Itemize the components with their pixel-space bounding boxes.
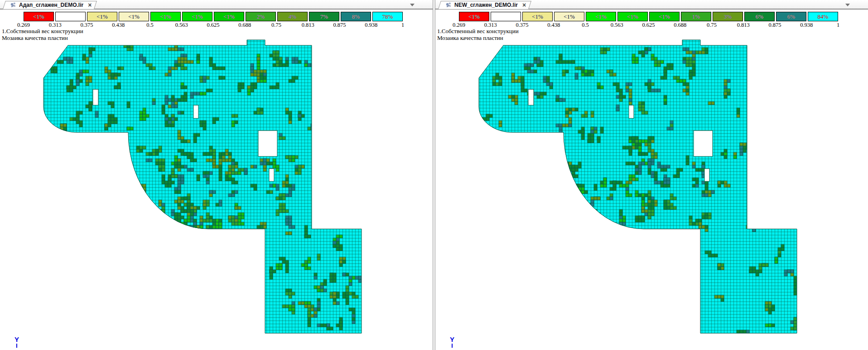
legend-tick-label: 0.813 — [302, 22, 314, 29]
quality-legend: <1%<1%<1%<1%<1%<1%1%3%6%6%84% 0.2690.313… — [459, 12, 838, 29]
mesh-viewport[interactable] — [0, 0, 433, 350]
legend-segment: <1% — [119, 12, 149, 21]
legend-tick-label: 0.875 — [333, 22, 346, 29]
y-axis-label: Y — [12, 336, 22, 343]
legend-tick-label: 0.625 — [207, 22, 219, 29]
legend-segment-label: 6% — [787, 13, 795, 20]
legend-segment-label: 2% — [257, 13, 265, 20]
legend-tick-label: 0.688 — [238, 22, 251, 29]
legend-segment-label: <1% — [33, 13, 44, 20]
legend-tick-label: 0.438 — [112, 22, 125, 29]
legend-segments: <1%<1%<1%<1%<1%<1%1%3%6%6%84% — [459, 12, 838, 21]
legend-tick-label: 0.563 — [175, 22, 188, 29]
legend-segment-label: 7% — [320, 13, 328, 20]
legend-segment: 2% — [246, 12, 276, 21]
y-axis-indicator: Y — [12, 336, 22, 348]
y-axis-arrow-icon — [16, 344, 17, 348]
tab-list-dropdown-icon[interactable] — [845, 4, 850, 6]
legend-segment: <1% — [87, 12, 117, 21]
legend-segment-label: <1% — [627, 13, 638, 20]
legend-tick-label: 0.875 — [768, 22, 781, 29]
legend-segment-label: 8% — [352, 13, 360, 20]
tab-bar: Адап_сглажен_DEMO.lir × — [0, 0, 433, 10]
legend-segment: 6% — [776, 12, 806, 21]
legend-segment-label: <1% — [128, 13, 140, 20]
tab-close-icon[interactable]: × — [88, 2, 92, 8]
legend-segment-label: <1% — [223, 13, 235, 20]
legend-segment-label: <1% — [595, 13, 607, 20]
legend-segment: <1% — [554, 12, 584, 21]
legend-segment: 6% — [744, 12, 775, 21]
legend-segment: <1% — [182, 12, 212, 21]
app-icon — [445, 2, 452, 9]
legend-segment-label: 84% — [818, 13, 829, 20]
legend-segment: <1% — [150, 12, 181, 21]
workspace: Адап_сглажен_DEMO.lir × <1%<1%<1%<1%<1%<… — [0, 0, 868, 350]
legend-segment: <1% — [24, 12, 54, 21]
mosaic-caption: Мозаика качества пластин — [437, 34, 503, 42]
legend-segment-label: <1% — [532, 13, 543, 20]
legend-segment: 1% — [681, 12, 711, 21]
legend-tick-label: 0.5 — [582, 22, 589, 29]
tab-title: Адап_сглажен_DEMO.lir — [19, 2, 83, 8]
document-panel: NEW_сглажен_DEMO.lir × <1%<1%<1%<1%<1%<1… — [435, 0, 868, 350]
legend-segment-label: 3% — [724, 13, 732, 20]
legend-tick-label: 1 — [837, 22, 839, 29]
tab-title: NEW_сглажен_DEMO.lir — [454, 2, 518, 8]
legend-tick-label: 0.563 — [611, 22, 623, 29]
legend-segment-label: 6% — [756, 13, 763, 20]
legend-tick-label: 1 — [401, 22, 404, 29]
legend-tick-label: 0.75 — [271, 22, 281, 29]
legend-segment: 78% — [372, 12, 403, 21]
tab-list-dropdown-icon[interactable] — [410, 4, 415, 6]
app-icon — [10, 2, 17, 9]
legend-tick-label: 0.688 — [674, 22, 686, 29]
legend-segment-label: <1% — [659, 13, 670, 20]
legend-segment: 8% — [341, 12, 371, 21]
legend-segment-label: <1% — [96, 13, 108, 20]
legend-segment-label: <1% — [468, 13, 480, 20]
y-axis-arrow-icon — [452, 344, 453, 348]
legend-tick-label: 0.625 — [642, 22, 655, 29]
legend-segment: <1% — [649, 12, 680, 21]
legend-segment-label: 1% — [692, 13, 700, 20]
loadcase-caption: 1.Собственный вес конструкции — [2, 28, 83, 35]
legend-tick-label: 0.438 — [547, 22, 560, 29]
legend-segment-label: <1% — [192, 13, 203, 20]
mosaic-caption: Мозаика качества пластин — [2, 34, 68, 42]
legend-segment-label: <1% — [160, 13, 171, 20]
mesh-viewport[interactable] — [435, 0, 868, 350]
legend-segment — [55, 12, 86, 21]
legend-segment: 3% — [713, 12, 743, 21]
document-panel: Адап_сглажен_DEMO.lir × <1%<1%<1%<1%<1%<… — [0, 0, 433, 350]
legend-segment: <1% — [586, 12, 616, 21]
tab-bar: NEW_сглажен_DEMO.lir × — [435, 0, 868, 10]
legend-segment: <1% — [459, 12, 489, 21]
legend-segment: 4% — [277, 12, 308, 21]
quality-legend: <1%<1%<1%<1%<1%<1%2%4%7%8%78% 0.2690.313… — [24, 12, 403, 29]
legend-tick-label: 0.938 — [800, 22, 813, 29]
legend-tick-label: 0.938 — [365, 22, 377, 29]
document-tab[interactable]: Адап_сглажен_DEMO.lir × — [7, 1, 96, 9]
legend-segment: <1% — [522, 12, 553, 21]
loadcase-caption: 1.Собственный вес конструкции — [437, 28, 519, 35]
document-tab[interactable]: NEW_сглажен_DEMO.lir × — [443, 1, 530, 9]
legend-segment: 7% — [309, 12, 339, 21]
legend-segment-label: <1% — [564, 13, 575, 20]
legend-segment: <1% — [214, 12, 244, 21]
legend-tick-label: 0.5 — [146, 22, 154, 29]
legend-segment: <1% — [617, 12, 648, 21]
legend-segment-label: 4% — [289, 13, 296, 20]
y-axis-indicator: Y — [447, 336, 457, 348]
y-axis-label: Y — [447, 336, 457, 343]
legend-segment: 84% — [808, 12, 838, 21]
tab-close-icon[interactable]: × — [522, 2, 526, 8]
legend-segments: <1%<1%<1%<1%<1%<1%2%4%7%8%78% — [24, 12, 403, 21]
legend-tick-label: 0.75 — [707, 22, 717, 29]
legend-tick-label: 0.813 — [737, 22, 750, 29]
legend-segment — [491, 12, 521, 21]
legend-segment-label: 78% — [382, 13, 393, 20]
